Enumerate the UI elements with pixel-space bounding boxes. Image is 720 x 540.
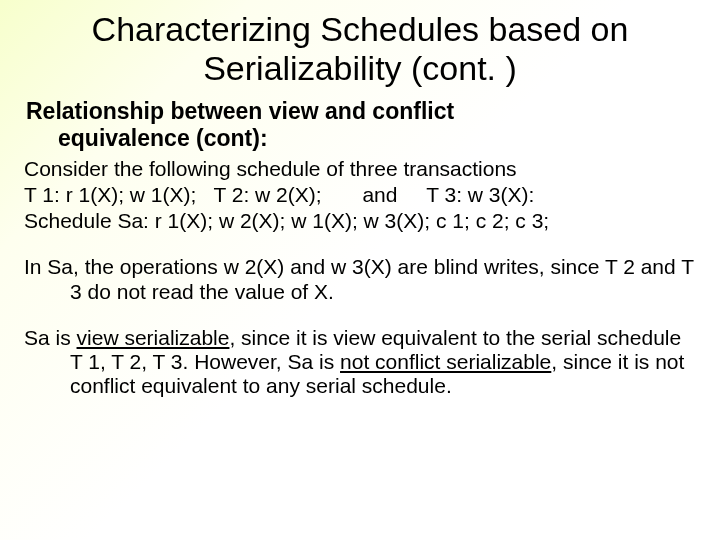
not-conflict-serializable-term: not conflict serializable [340,350,551,373]
consider-text: Consider the following schedule of three… [24,157,696,181]
slide: Characterizing Schedules based on Serial… [0,0,720,540]
transactions-line: T 1: r 1(X); w 1(X); T 2: w 2(X); and T … [24,183,696,207]
conclusion-paragraph: Sa is view serializable, since it is vie… [24,326,696,398]
conclusion-part-a: Sa is [24,326,77,349]
subheading: Relationship between view and conflict e… [24,98,696,151]
schedule-sa-line: Schedule Sa: r 1(X); w 2(X); w 1(X); w 3… [24,209,696,233]
subheading-line1: Relationship between view and conflict [26,98,454,124]
slide-title: Characterizing Schedules based on Serial… [24,10,696,88]
blind-writes-paragraph: In Sa, the operations w 2(X) and w 3(X) … [24,255,696,303]
subheading-line2: equivalence (cont): [26,125,696,151]
view-serializable-term: view serializable [77,326,230,349]
